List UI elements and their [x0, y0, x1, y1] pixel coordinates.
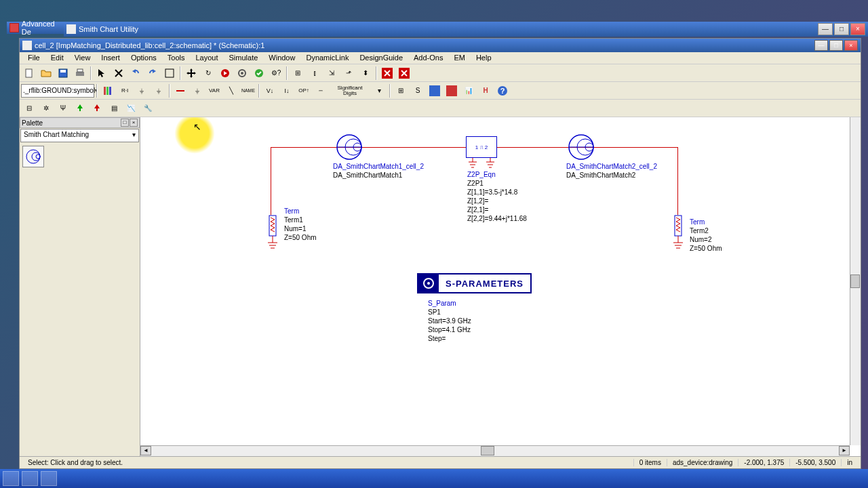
- taskbar-item[interactable]: [41, 471, 57, 486]
- help-icon[interactable]: ?: [494, 83, 511, 98]
- layout-icon[interactable]: ⊞: [393, 83, 409, 98]
- name-icon[interactable]: NAME: [240, 83, 256, 98]
- sparam-label[interactable]: S_Param SP1 Start=3.9 GHz Stop=4.1 GHz S…: [428, 299, 471, 343]
- menu-window[interactable]: Window: [263, 52, 300, 64]
- current-icon[interactable]: I↓: [279, 83, 295, 98]
- undo-icon[interactable]: [127, 66, 144, 81]
- smithmatch1-label[interactable]: DA_SmithChartMatch1_cell_2 DA_SmithChart…: [333, 162, 424, 180]
- palette-category-combo[interactable]: Smith Chart Matching: [20, 129, 139, 142]
- resistor-icon[interactable]: R·I: [117, 83, 133, 98]
- t3-chart-icon[interactable]: 📉: [123, 101, 139, 116]
- vertical-scrollbar[interactable]: [850, 117, 861, 445]
- menu-view[interactable]: View: [69, 52, 96, 64]
- sch-close-button[interactable]: ×: [844, 40, 858, 51]
- t3-tool-icon[interactable]: 🔧: [140, 101, 156, 116]
- wire-icon[interactable]: [172, 83, 189, 98]
- ground-up-icon[interactable]: ⏚: [151, 83, 167, 98]
- sparam-component[interactable]: S-PARAMETERS: [417, 273, 532, 293]
- menu-options[interactable]: Options: [125, 52, 162, 64]
- maximize-button[interactable]: □: [834, 23, 849, 35]
- t3-fork-icon[interactable]: Ψ: [55, 101, 71, 116]
- close-button[interactable]: ×: [850, 23, 865, 35]
- menu-edit[interactable]: Edit: [45, 52, 69, 64]
- pointer-icon[interactable]: [94, 66, 110, 81]
- simulate-icon[interactable]: [217, 66, 233, 81]
- opt-icon[interactable]: OP↑: [296, 83, 312, 98]
- menu-addons[interactable]: Add-Ons: [408, 52, 448, 64]
- minimize-button[interactable]: —: [818, 23, 833, 35]
- wire[interactable]: [677, 147, 678, 215]
- z2p-component[interactable]: 1 ⎍ 2: [466, 136, 497, 158]
- zoom-all-icon[interactable]: [161, 66, 178, 81]
- name-wire-icon[interactable]: ╲: [223, 83, 239, 98]
- smithmatch1-component[interactable]: [336, 134, 363, 162]
- menu-layout[interactable]: Layout: [190, 52, 223, 64]
- taskbar[interactable]: [0, 469, 868, 488]
- menu-tools[interactable]: Tools: [162, 52, 191, 64]
- t3-gear-icon[interactable]: ✲: [38, 101, 54, 116]
- s-icon[interactable]: S: [410, 83, 426, 98]
- print-icon[interactable]: [72, 66, 88, 81]
- redo-icon[interactable]: [144, 66, 161, 81]
- hier-icon[interactable]: ⬍: [357, 66, 374, 81]
- dc-icon[interactable]: ⎓: [313, 83, 329, 98]
- schematic-canvas[interactable]: ↖ Term Term1 Num=1 Z=50 O: [140, 117, 861, 456]
- blue-tool-icon[interactable]: [427, 83, 443, 98]
- palette-pin-icon[interactable]: □: [121, 119, 129, 127]
- push-icon[interactable]: ⇲: [323, 66, 340, 81]
- menu-em[interactable]: EM: [448, 52, 471, 64]
- z2p-label[interactable]: Z2P_Eqn Z2P1 Z[1,1]=3.5-j*14.8 Z[1,2]= Z…: [467, 170, 527, 223]
- red-x2-icon[interactable]: [396, 66, 412, 81]
- t3-window-icon[interactable]: ▤: [106, 101, 122, 116]
- tune-icon[interactable]: ⚙?: [268, 66, 284, 81]
- red-x-icon[interactable]: [379, 66, 395, 81]
- ground-down-icon[interactable]: ⏚: [134, 83, 150, 98]
- taskbar-item[interactable]: [22, 471, 38, 486]
- rotate-icon[interactable]: ↻: [200, 66, 216, 81]
- term1-label[interactable]: Term Term1 Num=1 Z=50 Ohm: [284, 207, 317, 242]
- term2-component[interactable]: [668, 212, 688, 261]
- menu-simulate[interactable]: Simulate: [224, 52, 264, 64]
- sch-minimize-button[interactable]: —: [814, 40, 828, 51]
- menu-insert[interactable]: Insert: [96, 52, 125, 64]
- pop-icon[interactable]: ⬏: [340, 66, 357, 81]
- term1-component[interactable]: [262, 212, 283, 261]
- check-icon[interactable]: [251, 66, 267, 81]
- wire[interactable]: [271, 147, 271, 215]
- schematic-titlebar[interactable]: cell_2 [ImpMatching_Distributed_lib:cell…: [20, 39, 861, 52]
- new-icon[interactable]: [21, 66, 37, 81]
- taskbar-item[interactable]: [3, 471, 19, 486]
- voltage-icon[interactable]: V↓: [262, 83, 278, 98]
- t3-1-icon[interactable]: ⊟: [21, 101, 37, 116]
- move-icon[interactable]: [183, 66, 199, 81]
- smith-chart-component-icon[interactable]: [22, 146, 44, 167]
- component-combo[interactable]: ._rflib:GROUND:symbol: [21, 84, 94, 98]
- delete-icon[interactable]: [111, 66, 127, 81]
- ground-icon[interactable]: ⏚: [189, 83, 205, 98]
- utility-window-titlebar[interactable]: Smith Chart Utility — □ ×: [64, 22, 868, 37]
- smithmatch2-component[interactable]: [568, 134, 595, 162]
- menu-file[interactable]: File: [22, 52, 45, 64]
- menu-dynamiclink[interactable]: DynamicLink: [300, 52, 354, 64]
- menu-designguide[interactable]: DesignGuide: [354, 52, 408, 64]
- plot-icon[interactable]: 📊: [460, 83, 477, 98]
- var-icon[interactable]: VAR: [206, 83, 222, 98]
- palette-close-icon[interactable]: ×: [130, 119, 138, 127]
- save-icon[interactable]: [55, 66, 71, 81]
- menu-help[interactable]: Help: [471, 52, 497, 64]
- red-tool-icon[interactable]: [443, 83, 460, 98]
- library-icon[interactable]: [100, 83, 116, 98]
- gear-icon[interactable]: [234, 66, 250, 81]
- sigdigits-dropdown[interactable]: ▾: [371, 83, 387, 98]
- sch-maximize-button[interactable]: □: [829, 40, 843, 51]
- h-icon[interactable]: H: [477, 83, 494, 98]
- sigdigits-label[interactable]: Significant Digits: [330, 83, 370, 98]
- palette-header[interactable]: Palette □ ×: [20, 117, 140, 128]
- smithmatch2-label[interactable]: DA_SmithChartMatch2_cell_2 DA_SmithChart…: [566, 162, 657, 180]
- snap-icon[interactable]: ⊞: [290, 66, 306, 81]
- open-icon[interactable]: [38, 66, 54, 81]
- t3-tree-up-icon[interactable]: [72, 101, 88, 116]
- align-icon[interactable]: ⫿: [307, 66, 323, 81]
- horizontal-scrollbar[interactable]: ◄ ►: [140, 445, 850, 456]
- t3-tree-red-icon[interactable]: [89, 101, 105, 116]
